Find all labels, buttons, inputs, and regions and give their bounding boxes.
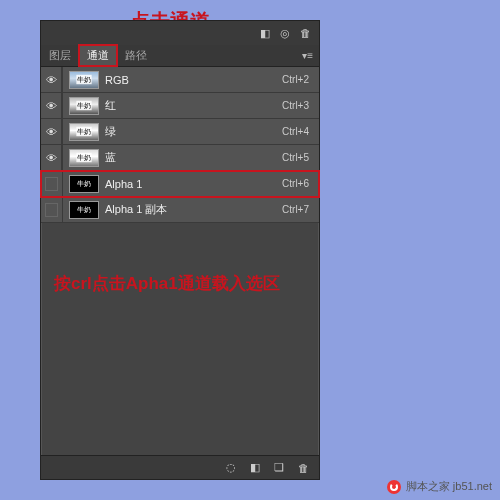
channel-name: Alpha 1 [105, 178, 282, 190]
channel-row-alpha1[interactable]: 牛奶 Alpha 1 Ctrl+6 [41, 171, 319, 197]
thumb-label: 牛奶 [76, 101, 91, 110]
channel-name: 红 [105, 98, 282, 113]
visibility-off-icon[interactable] [45, 177, 58, 191]
channel-name: RGB [105, 74, 282, 86]
channel-row-rgb[interactable]: 👁 牛奶 RGB Ctrl+2 [41, 67, 319, 93]
annotation-ctrl-click: 按crl点击Apha1通道载入选区 [54, 272, 280, 295]
thumb-label: 牛奶 [76, 127, 91, 136]
trash-icon[interactable]: 🗑 [300, 27, 311, 39]
channel-name: 蓝 [105, 150, 282, 165]
toggle-icon[interactable]: ◧ [260, 27, 270, 40]
thumb-label: 牛奶 [76, 205, 91, 214]
load-selection-icon[interactable]: ◌ [226, 461, 236, 474]
channels-panel: ◧ ◎ 🗑 图层 通道 路径 ▾≡ 👁 牛奶 RGB Ctrl+2 👁 牛奶 红… [40, 20, 320, 480]
channel-row-red[interactable]: 👁 牛奶 红 Ctrl+3 [41, 93, 319, 119]
new-snapshot-icon[interactable]: ◎ [280, 27, 290, 40]
channel-thumbnail[interactable]: 牛奶 [69, 201, 99, 219]
channel-thumbnail[interactable]: 牛奶 [69, 123, 99, 141]
panel-bottom-bar: ◌ ◧ ❏ 🗑 [41, 455, 319, 479]
panel-top-bar: ◧ ◎ 🗑 [41, 21, 319, 45]
channel-shortcut: Ctrl+6 [282, 178, 319, 189]
thumb-label: 牛奶 [76, 75, 91, 84]
watermark: 脚本之家 jb51.net [387, 479, 492, 494]
thumb-label: 牛奶 [76, 179, 91, 188]
save-selection-icon[interactable]: ◧ [250, 461, 260, 474]
channel-thumbnail[interactable]: 牛奶 [69, 97, 99, 115]
channel-thumbnail[interactable]: 牛奶 [69, 149, 99, 167]
channel-shortcut: Ctrl+4 [282, 126, 319, 137]
watermark-text: 脚本之家 jb51.net [406, 479, 492, 494]
visibility-eye-icon[interactable]: 👁 [41, 145, 62, 170]
channel-thumbnail[interactable]: 牛奶 [69, 175, 99, 193]
channel-name: Alpha 1 副本 [105, 202, 282, 217]
panel-tabs: 图层 通道 路径 ▾≡ [41, 45, 319, 67]
channel-name: 绿 [105, 124, 282, 139]
delete-channel-icon[interactable]: 🗑 [298, 462, 309, 474]
watermark-logo-icon [387, 480, 401, 494]
new-channel-icon[interactable]: ❏ [274, 461, 284, 474]
tab-channels[interactable]: 通道 [79, 45, 117, 66]
thumb-label: 牛奶 [76, 153, 91, 162]
channel-shortcut: Ctrl+7 [282, 204, 319, 215]
tab-paths[interactable]: 路径 [117, 45, 155, 66]
panel-menu-icon[interactable]: ▾≡ [296, 50, 319, 61]
channel-shortcut: Ctrl+3 [282, 100, 319, 111]
channel-row-alpha1-copy[interactable]: 牛奶 Alpha 1 副本 Ctrl+7 [41, 197, 319, 223]
visibility-off-icon[interactable] [45, 203, 58, 217]
channel-shortcut: Ctrl+5 [282, 152, 319, 163]
channel-row-green[interactable]: 👁 牛奶 绿 Ctrl+4 [41, 119, 319, 145]
channel-shortcut: Ctrl+2 [282, 74, 319, 85]
visibility-eye-icon[interactable]: 👁 [41, 93, 62, 118]
tab-layers[interactable]: 图层 [41, 45, 79, 66]
visibility-eye-icon[interactable]: 👁 [41, 119, 62, 144]
visibility-eye-icon[interactable]: 👁 [41, 67, 62, 92]
channel-row-blue[interactable]: 👁 牛奶 蓝 Ctrl+5 [41, 145, 319, 171]
channel-list: 👁 牛奶 RGB Ctrl+2 👁 牛奶 红 Ctrl+3 👁 牛奶 绿 Ctr… [41, 67, 319, 223]
channel-thumbnail[interactable]: 牛奶 [69, 71, 99, 89]
